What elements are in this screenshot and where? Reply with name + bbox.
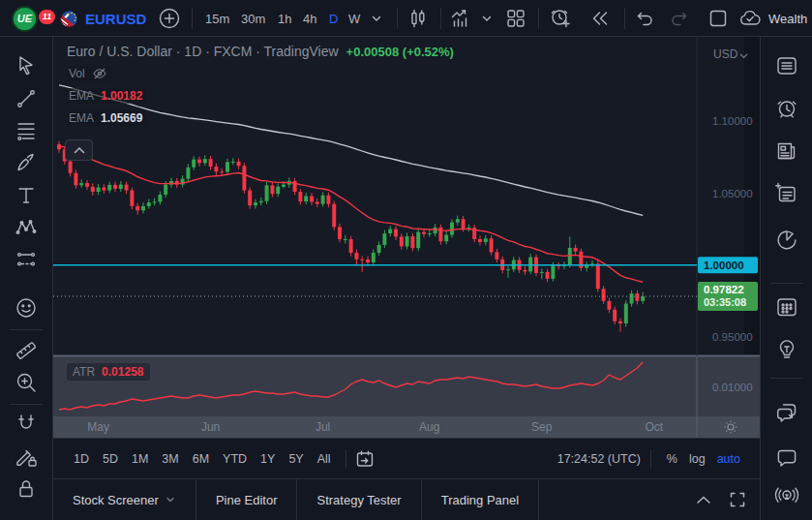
- widget-rail: [760, 37, 812, 520]
- ema-fast-legend-row[interactable]: EMA 1.00182: [67, 88, 147, 104]
- tab-stock-screener-label: Stock Screener: [73, 493, 159, 507]
- range-6m[interactable]: 6M: [186, 448, 216, 470]
- svg-text:0.01000: 0.01000: [712, 382, 753, 393]
- clock-utc[interactable]: 17:24:52 (UTC): [557, 452, 641, 466]
- timeframe-1w[interactable]: W: [348, 0, 360, 37]
- svg-text:1.00000: 1.00000: [704, 260, 744, 271]
- toolbar-separator: [192, 8, 193, 29]
- symbol-description[interactable]: Euro / U.S. Dollar · 1D · FXCM · Trading…: [67, 44, 339, 59]
- fib-retracement-tool-icon[interactable]: [10, 114, 43, 147]
- legend-title-row[interactable]: Euro / U.S. Dollar · 1D · FXCM · Trading…: [67, 44, 454, 59]
- ideas-lightbulb-icon[interactable]: [770, 332, 803, 365]
- broker-logo-text: UE: [17, 13, 32, 24]
- expand-panel-chevron-up-icon[interactable]: [696, 495, 711, 505]
- range-1m[interactable]: 1M: [125, 448, 155, 470]
- timeframe-30m[interactable]: 30m: [241, 0, 265, 37]
- news-icon[interactable]: [770, 135, 803, 168]
- bottom-range-toolbar: 1D 5D 1M 3M 6M YTD 1Y 5Y All 17:24:52 (U…: [53, 438, 760, 478]
- atr-value: 0.01258: [102, 365, 143, 379]
- cloud-check-icon: [737, 6, 763, 31]
- magnet-mode-icon[interactable]: [10, 408, 43, 441]
- streams-icon[interactable]: [770, 479, 803, 512]
- symbol-name[interactable]: EURUSD: [85, 11, 146, 27]
- create-alert-icon[interactable]: [548, 0, 573, 37]
- svg-text:1.10000: 1.10000: [712, 115, 753, 127]
- symbol-compare-add-button[interactable]: [158, 0, 181, 37]
- ema-slow-legend-row[interactable]: EMA 1.05669: [67, 110, 147, 126]
- tab-pine-editor-label: Pine Editor: [216, 493, 278, 507]
- cursor-tool-icon[interactable]: [10, 49, 43, 82]
- text-tool-icon[interactable]: [10, 179, 43, 212]
- volume-legend-row[interactable]: Vol: [67, 66, 112, 81]
- svg-text:May: May: [87, 420, 109, 434]
- range-5d[interactable]: 5D: [96, 448, 125, 470]
- xabcd-pattern-tool-icon[interactable]: [10, 211, 43, 244]
- range-3m[interactable]: 3M: [155, 448, 185, 470]
- indicators-icon[interactable]: [449, 0, 472, 37]
- svg-text:Sep: Sep: [531, 420, 553, 434]
- indicators-dropdown-chevron-icon[interactable]: [479, 0, 495, 37]
- chart-region: USD1.100001.050000.950000.010001.000000.…: [53, 37, 760, 438]
- chart-style-candles-icon[interactable]: [406, 0, 430, 37]
- auto-scale-toggle[interactable]: auto: [711, 449, 746, 469]
- svg-text:Jun: Jun: [201, 420, 220, 434]
- broker-logo-circle[interactable]: UE 11: [12, 6, 38, 32]
- ema-fast-label: EMA: [69, 89, 94, 103]
- symbol-button[interactable]: EURUSD: [60, 0, 146, 37]
- timeframe-1d-active[interactable]: D: [329, 0, 338, 37]
- bar-replay-icon[interactable]: [588, 0, 612, 37]
- log-scale-toggle[interactable]: log: [683, 449, 711, 469]
- toolbar-separator: [650, 449, 651, 469]
- range-all[interactable]: All: [311, 448, 338, 470]
- brush-tool-icon[interactable]: [10, 146, 43, 179]
- atr-legend-row[interactable]: ATR 0.01258: [67, 363, 150, 381]
- projection-tool-icon[interactable]: [10, 243, 43, 276]
- timeframe-1h[interactable]: 1h: [278, 0, 291, 37]
- cloud-save-status[interactable]: Wealth: [737, 0, 807, 37]
- svg-text:1.05000: 1.05000: [712, 188, 753, 199]
- public-chats-icon[interactable]: [770, 395, 803, 428]
- change-value: +0.00508 (+0.52%): [346, 45, 454, 59]
- alerts-icon[interactable]: [770, 92, 803, 125]
- measure-ruler-icon[interactable]: [10, 334, 43, 367]
- toolbar-separator: [624, 8, 625, 29]
- tab-trading-panel[interactable]: Trading Panel: [422, 479, 539, 520]
- tab-strategy-tester[interactable]: Strategy Tester: [297, 479, 421, 520]
- data-window-icon[interactable]: [770, 177, 803, 210]
- svg-text:03:35:08: 03:35:08: [704, 296, 746, 308]
- eye-off-icon[interactable]: [92, 67, 107, 80]
- timeframe-15m[interactable]: 15m: [205, 0, 229, 37]
- pie-chart-icon[interactable]: [770, 224, 803, 257]
- chevron-down-icon: [165, 494, 176, 505]
- timeframe-dropdown-chevron-icon[interactable]: [369, 0, 384, 37]
- watchlist-icon[interactable]: [770, 49, 803, 82]
- range-5y[interactable]: 5Y: [282, 448, 310, 470]
- toolbar-separator: [346, 449, 346, 469]
- tab-stock-screener[interactable]: Stock Screener: [53, 479, 196, 520]
- percent-scale-toggle[interactable]: %: [661, 449, 683, 469]
- rail-divider: [10, 404, 43, 405]
- calendar-icon[interactable]: [770, 291, 803, 323]
- layout-grid-icon[interactable]: [504, 0, 527, 37]
- lock-all-drawings-icon[interactable]: [10, 473, 43, 505]
- undo-icon[interactable]: [633, 0, 656, 37]
- broker-logo[interactable]: UE 11: [12, 0, 38, 37]
- private-chat-icon[interactable]: [770, 441, 803, 474]
- fullscreen-icon[interactable]: [729, 491, 746, 508]
- legend-collapse-button[interactable]: [65, 139, 93, 161]
- zoom-in-icon[interactable]: [10, 366, 43, 399]
- tab-pine-editor[interactable]: Pine Editor: [196, 479, 298, 520]
- go-to-date-icon[interactable]: [354, 448, 376, 470]
- range-1d[interactable]: 1D: [67, 448, 96, 470]
- range-ytd[interactable]: YTD: [216, 448, 254, 470]
- svg-text:USD: USD: [713, 47, 738, 61]
- range-1y[interactable]: 1Y: [254, 448, 282, 470]
- bottom-panel-tabs: Stock Screener Pine Editor Strategy Test…: [53, 478, 760, 520]
- redo-icon[interactable]: [668, 0, 691, 37]
- timeframe-4h[interactable]: 4h: [303, 0, 316, 37]
- ema-fast-value: 1.00182: [101, 89, 142, 103]
- drawing-mode-lock-icon[interactable]: [10, 441, 43, 474]
- trend-line-tool-icon[interactable]: [10, 82, 43, 115]
- emoji-tool-icon[interactable]: [10, 291, 43, 324]
- layout-square-icon[interactable]: [707, 0, 730, 37]
